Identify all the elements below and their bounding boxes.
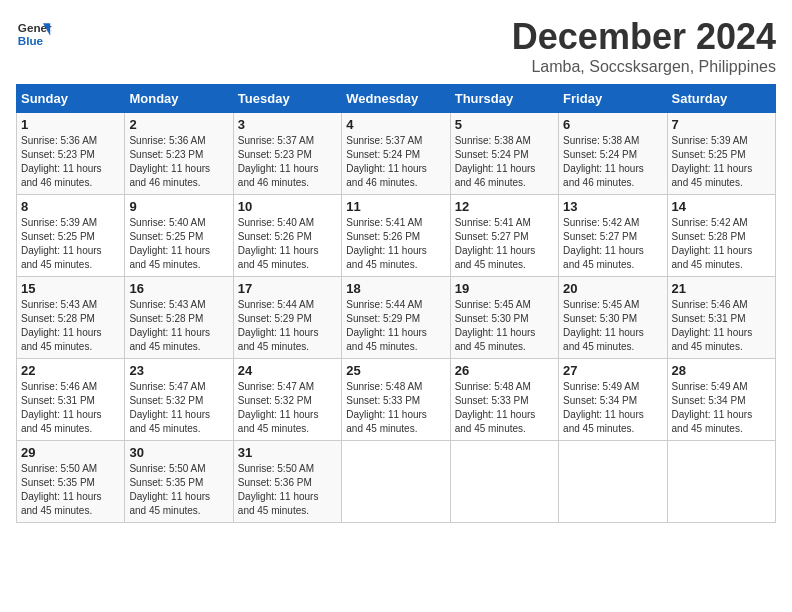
table-row: 15Sunrise: 5:43 AMSunset: 5:28 PMDayligh… — [17, 277, 125, 359]
calendar-table: Sunday Monday Tuesday Wednesday Thursday… — [16, 84, 776, 523]
table-row: 19Sunrise: 5:45 AMSunset: 5:30 PMDayligh… — [450, 277, 558, 359]
table-row: 2Sunrise: 5:36 AMSunset: 5:23 PMDaylight… — [125, 113, 233, 195]
table-row — [559, 441, 667, 523]
table-row: 24Sunrise: 5:47 AMSunset: 5:32 PMDayligh… — [233, 359, 341, 441]
header-monday: Monday — [125, 85, 233, 113]
month-title: December 2024 — [512, 16, 776, 58]
calendar-week-2: 15Sunrise: 5:43 AMSunset: 5:28 PMDayligh… — [17, 277, 776, 359]
table-row: 20Sunrise: 5:45 AMSunset: 5:30 PMDayligh… — [559, 277, 667, 359]
calendar-week-3: 22Sunrise: 5:46 AMSunset: 5:31 PMDayligh… — [17, 359, 776, 441]
table-row: 21Sunrise: 5:46 AMSunset: 5:31 PMDayligh… — [667, 277, 775, 359]
table-row — [667, 441, 775, 523]
table-row: 26Sunrise: 5:48 AMSunset: 5:33 PMDayligh… — [450, 359, 558, 441]
table-row: 11Sunrise: 5:41 AMSunset: 5:26 PMDayligh… — [342, 195, 450, 277]
table-row: 18Sunrise: 5:44 AMSunset: 5:29 PMDayligh… — [342, 277, 450, 359]
table-row: 22Sunrise: 5:46 AMSunset: 5:31 PMDayligh… — [17, 359, 125, 441]
table-row — [342, 441, 450, 523]
table-row: 23Sunrise: 5:47 AMSunset: 5:32 PMDayligh… — [125, 359, 233, 441]
table-row: 25Sunrise: 5:48 AMSunset: 5:33 PMDayligh… — [342, 359, 450, 441]
table-row: 13Sunrise: 5:42 AMSunset: 5:27 PMDayligh… — [559, 195, 667, 277]
table-row: 14Sunrise: 5:42 AMSunset: 5:28 PMDayligh… — [667, 195, 775, 277]
calendar-week-0: 1Sunrise: 5:36 AMSunset: 5:23 PMDaylight… — [17, 113, 776, 195]
header-wednesday: Wednesday — [342, 85, 450, 113]
title-area: December 2024 Lamba, Soccsksargen, Phili… — [512, 16, 776, 76]
table-row: 27Sunrise: 5:49 AMSunset: 5:34 PMDayligh… — [559, 359, 667, 441]
table-row: 17Sunrise: 5:44 AMSunset: 5:29 PMDayligh… — [233, 277, 341, 359]
calendar-week-1: 8Sunrise: 5:39 AMSunset: 5:25 PMDaylight… — [17, 195, 776, 277]
location-subtitle: Lamba, Soccsksargen, Philippines — [512, 58, 776, 76]
table-row: 29Sunrise: 5:50 AMSunset: 5:35 PMDayligh… — [17, 441, 125, 523]
table-row: 8Sunrise: 5:39 AMSunset: 5:25 PMDaylight… — [17, 195, 125, 277]
table-row: 10Sunrise: 5:40 AMSunset: 5:26 PMDayligh… — [233, 195, 341, 277]
svg-text:Blue: Blue — [18, 34, 44, 47]
logo-icon: General Blue — [16, 16, 52, 52]
table-row: 7Sunrise: 5:39 AMSunset: 5:25 PMDaylight… — [667, 113, 775, 195]
header-thursday: Thursday — [450, 85, 558, 113]
table-row: 31Sunrise: 5:50 AMSunset: 5:36 PMDayligh… — [233, 441, 341, 523]
table-row: 4Sunrise: 5:37 AMSunset: 5:24 PMDaylight… — [342, 113, 450, 195]
header: General Blue December 2024 Lamba, Soccsk… — [16, 16, 776, 76]
table-row: 6Sunrise: 5:38 AMSunset: 5:24 PMDaylight… — [559, 113, 667, 195]
calendar-week-4: 29Sunrise: 5:50 AMSunset: 5:35 PMDayligh… — [17, 441, 776, 523]
header-saturday: Saturday — [667, 85, 775, 113]
table-row: 28Sunrise: 5:49 AMSunset: 5:34 PMDayligh… — [667, 359, 775, 441]
days-header-row: Sunday Monday Tuesday Wednesday Thursday… — [17, 85, 776, 113]
table-row — [450, 441, 558, 523]
table-row: 3Sunrise: 5:37 AMSunset: 5:23 PMDaylight… — [233, 113, 341, 195]
header-friday: Friday — [559, 85, 667, 113]
logo: General Blue — [16, 16, 52, 52]
header-tuesday: Tuesday — [233, 85, 341, 113]
header-sunday: Sunday — [17, 85, 125, 113]
table-row: 5Sunrise: 5:38 AMSunset: 5:24 PMDaylight… — [450, 113, 558, 195]
table-row: 9Sunrise: 5:40 AMSunset: 5:25 PMDaylight… — [125, 195, 233, 277]
table-row: 30Sunrise: 5:50 AMSunset: 5:35 PMDayligh… — [125, 441, 233, 523]
table-row: 12Sunrise: 5:41 AMSunset: 5:27 PMDayligh… — [450, 195, 558, 277]
table-row: 16Sunrise: 5:43 AMSunset: 5:28 PMDayligh… — [125, 277, 233, 359]
table-row: 1Sunrise: 5:36 AMSunset: 5:23 PMDaylight… — [17, 113, 125, 195]
